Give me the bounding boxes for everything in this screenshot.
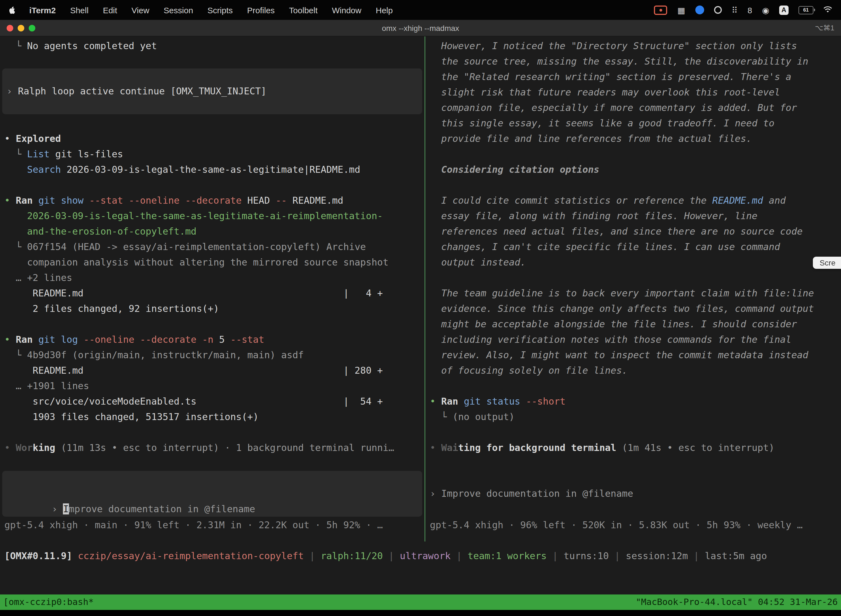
apple-logo-icon (9, 6, 17, 14)
right-model-statusline: gpt-5.4 xhigh · 96% left · 520K in · 5.8… (430, 517, 803, 532)
menu-session[interactable]: Session (164, 5, 193, 15)
keycap-8-icon[interactable]: 8 (747, 6, 752, 14)
target-icon[interactable]: ◉ (762, 6, 769, 14)
left-model-statusline: gpt-5.4 xhigh · main · 91% left · 2.31M … (4, 517, 383, 532)
left-pre-output: └ No agents completed yet (0, 38, 424, 54)
screen-recording-indicator-icon[interactable] (654, 5, 667, 15)
battery-percent: 61 (803, 7, 809, 13)
right-prompt-input[interactable]: › Improve documentation in @filename (425, 486, 841, 501)
window-titlebar[interactable]: omx --xhigh --madmax ⌥⌘1 (0, 20, 841, 37)
apple-menu[interactable] (9, 6, 17, 14)
input-text: mprove documentation in @filename (69, 503, 255, 515)
ralph-loop-banner: › Ralph loop active continue [OMX_TMUX_I… (2, 69, 422, 114)
text-cursor: I (63, 503, 69, 515)
omx-statusline: [OMX#0.11.9] cczip/essay/ai-reimplementa… (0, 541, 841, 594)
input-source-icon[interactable]: A (779, 5, 788, 15)
tmux-statusbar: [omx-cczip0:bash* "MacBook-Pro-44.local"… (0, 594, 841, 610)
right-terminal-pane[interactable]: However, I noticed the "Directory Struct… (425, 37, 841, 541)
window-title: omx --xhigh --madmax (0, 20, 841, 37)
macos-menubar: iTerm2 Shell Edit View Session Scripts P… (0, 0, 841, 20)
tmux-host-time: "MacBook-Pro-44.local" 04:52 31-Mar-26 (636, 594, 838, 610)
keyboard-grid-icon[interactable]: ▦ (677, 6, 685, 14)
prompt-chevron: › (52, 503, 63, 515)
menu-profiles[interactable]: Profiles (247, 5, 275, 15)
ring-app-icon[interactable] (714, 6, 722, 14)
terminal-area: └ No agents completed yet › Ralph loop a… (0, 37, 841, 542)
window-shortcut-hint: ⌥⌘1 (815, 20, 834, 37)
menu-scripts[interactable]: Scripts (208, 5, 233, 15)
menu-window[interactable]: Window (332, 5, 362, 15)
menu-toolbelt[interactable]: Toolbelt (289, 5, 318, 15)
blue-app-icon[interactable] (695, 6, 704, 14)
menu-view[interactable]: View (132, 5, 149, 15)
menu-help[interactable]: Help (376, 5, 393, 15)
left-terminal-output: • Explored └ List git ls-files Search 20… (0, 131, 424, 455)
ralph-loop-text: › Ralph loop active continue [OMX_TMUX_I… (2, 84, 422, 99)
tmux-session-info[interactable]: [omx-cczip0:bash* (3, 594, 94, 610)
menu-edit[interactable]: Edit (103, 5, 117, 15)
menu-iterm2[interactable]: iTerm2 (29, 5, 56, 15)
left-terminal-pane[interactable]: └ No agents completed yet › Ralph loop a… (0, 37, 424, 541)
dots-grid-icon[interactable]: ⠿ (731, 6, 737, 14)
menu-shell[interactable]: Shell (70, 5, 89, 15)
screen: iTerm2 Shell Edit View Session Scripts P… (0, 0, 841, 616)
left-prompt-input[interactable]: › Improve documentation in @filename (2, 471, 422, 517)
screen-tooltip[interactable]: Scre (813, 257, 841, 269)
right-terminal-output: However, I noticed the "Directory Struct… (425, 38, 841, 455)
omx-statusline-text: [OMX#0.11.9] cczip/essay/ai-reimplementa… (0, 548, 841, 563)
wifi-icon[interactable] (823, 5, 832, 15)
battery-icon[interactable]: 61 (799, 6, 813, 14)
